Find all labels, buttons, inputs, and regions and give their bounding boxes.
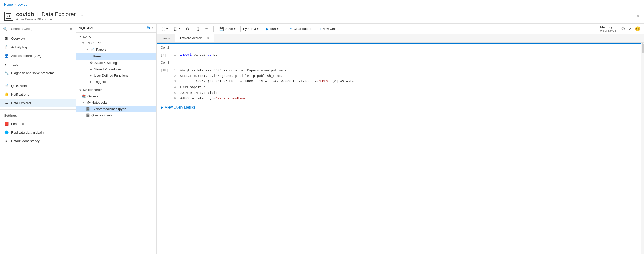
quickstart-icon: 📄 xyxy=(4,83,9,88)
tree-item-explore-medicines[interactable]: 📓 ExploreMedicines.ipynb xyxy=(76,106,156,112)
data-section-expand[interactable]: ▼ xyxy=(79,35,82,38)
sp-expand-icon[interactable]: ▶ xyxy=(90,68,92,71)
scrollbar-thumb[interactable] xyxy=(642,43,644,53)
export-icon: ↗ xyxy=(628,26,632,31)
nav-diagnose-label: Diagnose and solve problems xyxy=(11,71,54,75)
github-button[interactable]: ⊙ xyxy=(184,25,191,32)
sidebar-item-tags[interactable]: 🏷 Tags xyxy=(0,60,76,69)
features-icon: 🟥 xyxy=(4,121,9,126)
papers-expand-icon[interactable]: ▼ xyxy=(86,48,88,51)
more-options-button[interactable]: ... xyxy=(79,12,83,17)
items-more-icon[interactable]: ··· xyxy=(150,54,153,58)
tree-item-items[interactable]: ≡ Items ··· xyxy=(76,53,156,60)
cell3-execution-count: [10] xyxy=(161,68,173,101)
export-button[interactable]: ↗ xyxy=(628,26,632,32)
tabs-bar: Items ExploreMedicin... × xyxy=(157,34,644,43)
notifications-icon: 🔔 xyxy=(4,92,9,97)
toolbar-sep-2 xyxy=(284,26,284,32)
tree-header: SQL API ↻ › xyxy=(76,24,156,33)
scale-label: Scale & Settings xyxy=(94,61,118,65)
tree-item-queries[interactable]: 📓 Queries.ipynb xyxy=(76,112,156,118)
cell2-line1: 1 import pandas as pd xyxy=(173,52,217,58)
tree-item-cord[interactable]: ▼ 🗂 CORD xyxy=(76,40,156,46)
upload-button[interactable]: ⬚ xyxy=(193,25,201,32)
papers-label: Papers xyxy=(96,48,106,51)
save-button[interactable]: 💾 Save ▾ xyxy=(217,25,238,32)
sidebar-item-iam[interactable]: 👤 Access control (IAM) xyxy=(0,51,76,60)
kernel-selector[interactable]: Python 3 ▾ xyxy=(240,26,261,32)
cell2-lines: 1 import pandas as pd xyxy=(173,52,217,58)
sidebar-item-overview[interactable]: ⊞ Overview xyxy=(0,34,76,43)
settings-section-label: Settings xyxy=(0,112,76,119)
db-name: covidb xyxy=(16,11,34,18)
cell3-line3: 3 ARRAY (SELECT VALUE l.id FROM l IN e.l… xyxy=(173,79,356,84)
search-bar: 🔍 « xyxy=(0,24,76,34)
feedback-button[interactable]: 😊 xyxy=(634,26,641,32)
tree-item-triggers[interactable]: ▶ Triggers xyxy=(76,79,156,85)
tab-items[interactable]: Items xyxy=(157,34,175,42)
my-notebooks-expand-icon[interactable]: ▼ xyxy=(82,101,84,104)
cell2-execution-count: [3] xyxy=(161,52,173,58)
cord-db-icon: 🗂 xyxy=(86,41,90,45)
triggers-expand-icon[interactable]: ▶ xyxy=(90,80,92,83)
edit-button[interactable]: ✏ xyxy=(203,25,210,32)
tree-item-my-notebooks[interactable]: ▼ My Notebooks xyxy=(76,99,156,106)
settings-icon: ⚙ xyxy=(621,26,625,31)
cell3-line6: 6 WHERE e.category = 'MedicationName' xyxy=(173,96,356,101)
cord-expand-icon[interactable]: ▼ xyxy=(82,42,84,45)
notebooks-expand[interactable]: ▼ xyxy=(79,89,82,92)
triggers-label: Triggers xyxy=(94,80,106,84)
more-options-button[interactable]: ··· xyxy=(340,25,347,32)
sidebar-item-quickstart[interactable]: 📄 Quick start xyxy=(0,81,76,90)
scale-icon: ⚙ xyxy=(90,61,93,65)
data-section-label: ▼ DATA xyxy=(76,34,156,40)
sidebar-item-consistency[interactable]: ≡ Default consistency xyxy=(0,137,76,145)
notebooks-section-label: ▼ NOTEBOOKS xyxy=(76,87,156,93)
breadcrumb-home[interactable]: Home xyxy=(4,3,13,6)
clear-outputs-icon: ◇ xyxy=(290,27,293,31)
cell2[interactable]: [3] 1 import pandas as pd xyxy=(157,51,641,59)
nav-activity-log-label: Activity log xyxy=(11,45,27,49)
nav-divider-2 xyxy=(0,109,76,110)
cell3-lines: 1 %%sql --database CORD --container Pape… xyxy=(173,68,356,101)
view-query-metrics-button[interactable]: ▶ View Query Metrics xyxy=(157,102,641,112)
cell3[interactable]: [10] 1 %%sql --database CORD --container… xyxy=(157,67,641,102)
tab-close-button[interactable]: × xyxy=(207,36,209,40)
new-cell-button[interactable]: + New Cell xyxy=(317,26,338,32)
tree-item-udf[interactable]: ▶ User Defined Functions xyxy=(76,72,156,79)
sidebar-item-data-explorer[interactable]: ☁ Data Explorer xyxy=(0,99,76,107)
search-input[interactable] xyxy=(9,26,68,32)
tree-item-papers[interactable]: ▼ 📄 Papers xyxy=(76,46,156,53)
page-header: covidb | Data Explorer ... Azure Cosmos … xyxy=(0,9,644,24)
consistency-icon: ≡ xyxy=(4,139,9,143)
vertical-scrollbar[interactable] xyxy=(641,43,644,254)
open-notebook-button[interactable]: ⬚ ▾ xyxy=(172,25,182,32)
tab-explore-medicines[interactable]: ExploreMedicin... × xyxy=(175,34,214,42)
sidebar-item-features[interactable]: 🟥 Features xyxy=(0,119,76,128)
breadcrumb-bar: Home > covidb xyxy=(0,0,644,9)
sidebar-item-replicate[interactable]: 🌐 Replicate data globally xyxy=(0,128,76,137)
run-button[interactable]: ▶ Run ▾ xyxy=(264,26,281,32)
refresh-icon[interactable]: ↻ xyxy=(147,26,150,30)
edit-icon: ✏ xyxy=(205,26,208,31)
tree-item-stored-procedures[interactable]: ▶ Stored Procedures xyxy=(76,66,156,72)
close-button[interactable]: × xyxy=(637,13,640,19)
settings-button[interactable]: ⚙ xyxy=(621,26,626,32)
toolbar-right-icons: ⚙ ↗ 😊 xyxy=(621,26,641,32)
new-notebook-button[interactable]: ⬚ ▾ xyxy=(160,25,170,32)
sidebar-item-diagnose[interactable]: 🔧 Diagnose and solve problems xyxy=(0,69,76,77)
tree-item-scale[interactable]: ⚙ Scale & Settings xyxy=(76,60,156,66)
udf-expand-icon[interactable]: ▶ xyxy=(90,74,92,77)
cosmos-icon xyxy=(4,12,13,21)
collapse-tree-icon[interactable]: › xyxy=(152,26,153,30)
tree-item-gallery[interactable]: 📚 Gallery xyxy=(76,93,156,99)
memory-section: Memory 0.5 of 3.9 GB xyxy=(598,25,616,32)
clear-outputs-button[interactable]: ◇ Clear outputs xyxy=(288,26,315,32)
sidebar-item-activity-log[interactable]: 📋 Activity log xyxy=(0,43,76,51)
sidebar-item-notifications[interactable]: 🔔 Notifications xyxy=(0,90,76,99)
items-icon: ≡ xyxy=(90,54,92,58)
breadcrumb-current[interactable]: covidb xyxy=(18,3,27,6)
collapse-button[interactable]: « xyxy=(70,26,73,31)
udf-label: User Defined Functions xyxy=(94,74,128,77)
github-icon: ⊙ xyxy=(186,26,189,31)
